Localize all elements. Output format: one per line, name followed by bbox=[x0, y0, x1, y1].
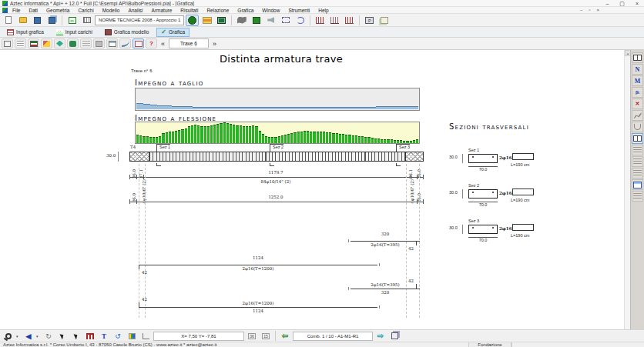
flessione-bar bbox=[252, 125, 254, 143]
orbit-button[interactable] bbox=[56, 331, 69, 341]
fence-1-button[interactable] bbox=[314, 15, 327, 26]
rotate-view-button[interactable]: ↻ bbox=[42, 331, 55, 341]
next-trave-button[interactable]: » bbox=[210, 40, 219, 48]
layer-1-button[interactable] bbox=[632, 145, 643, 155]
zoom-dropdown-icon[interactable]: ▾ bbox=[16, 334, 21, 339]
section-view-button[interactable] bbox=[28, 38, 39, 48]
sections-pair-button[interactable] bbox=[632, 133, 643, 144]
minimize-icon[interactable]: – bbox=[605, 0, 609, 7]
ruler-button[interactable]: 36 bbox=[246, 331, 258, 341]
green-module-button[interactable] bbox=[250, 15, 263, 26]
curve-button[interactable] bbox=[119, 38, 131, 48]
zoom-button[interactable] bbox=[2, 331, 15, 341]
text-tool-button[interactable]: T bbox=[98, 331, 110, 341]
menu-risultati[interactable]: Risultati bbox=[176, 8, 202, 13]
menu-armature[interactable]: Armature bbox=[148, 8, 176, 13]
mesh-button[interactable] bbox=[215, 15, 228, 26]
prev-trave-button[interactable]: « bbox=[159, 40, 167, 48]
selection-button[interactable] bbox=[279, 15, 292, 26]
refresh-button[interactable] bbox=[293, 15, 307, 26]
menu-geometria[interactable]: Geometria bbox=[42, 8, 73, 13]
section-colors-button[interactable] bbox=[200, 15, 213, 26]
layer-3-button[interactable] bbox=[632, 168, 643, 179]
open-button[interactable] bbox=[16, 15, 29, 26]
dim-tick bbox=[423, 199, 424, 204]
back-dropdown-icon[interactable]: ▾ bbox=[36, 334, 41, 339]
layer-2-button[interactable] bbox=[632, 156, 643, 167]
norme-combobox[interactable]: NORME TECNICHE 2008 - Approccio 1 bbox=[95, 15, 184, 25]
vertical-scrollbar[interactable]: ▲ bbox=[624, 50, 630, 329]
section-bars: 2φ16 bbox=[499, 155, 512, 160]
hatch-button[interactable] bbox=[84, 331, 96, 341]
next-comb-button[interactable]: ⇨ bbox=[374, 331, 387, 341]
pan-button[interactable] bbox=[54, 38, 65, 48]
fence-2-button[interactable] bbox=[328, 15, 341, 26]
menu-analisi[interactable]: Analisi bbox=[124, 8, 146, 13]
back-view-button[interactable]: ◀ bbox=[22, 331, 35, 341]
menu-window[interactable]: Window bbox=[258, 8, 283, 13]
table-view-button[interactable] bbox=[106, 38, 118, 48]
tab-grafica[interactable]: ✓ Grafica bbox=[156, 28, 190, 37]
flessione-bar bbox=[274, 137, 277, 143]
save-button[interactable] bbox=[31, 15, 44, 26]
close-icon[interactable]: × bbox=[636, 0, 639, 7]
copy-button[interactable] bbox=[388, 331, 401, 341]
gray-lines-button[interactable] bbox=[80, 38, 92, 48]
print-button[interactable]: P bbox=[363, 15, 376, 26]
bottom-toolbar: ▾ ◀ ▾ ↻ T ↺ X= 7,50 Y= -7,81 36 15 ⇦ Com… bbox=[0, 329, 644, 342]
angle-tool-button[interactable] bbox=[139, 331, 152, 341]
menu-modello[interactable]: Modello bbox=[99, 8, 124, 13]
moment-m-button[interactable]: M bbox=[632, 75, 643, 86]
restore-icon[interactable]: ▢ bbox=[619, 0, 625, 7]
tab-grafica-modello[interactable]: Grafica modello bbox=[100, 28, 154, 37]
fence-3-button[interactable] bbox=[343, 15, 356, 26]
tab-input-grafica[interactable]: Input grafica bbox=[2, 28, 49, 37]
tool-button[interactable] bbox=[632, 110, 643, 121]
rebar-bottom-right: 42 2φ16(T=395) 320 bbox=[351, 279, 420, 299]
capture-button[interactable] bbox=[80, 15, 93, 26]
tab-input-carichi[interactable]: ↓↓ Input carichi bbox=[52, 28, 97, 37]
section-detail-3: 30.0 Sez 3 2φ16 70.0 L=190 cm bbox=[449, 219, 553, 249]
help-button[interactable]: ? bbox=[146, 38, 157, 48]
menu-carichi[interactable]: Carichi bbox=[74, 8, 97, 13]
menu-file[interactable]: File bbox=[8, 8, 24, 13]
menu-help[interactable]: Help bbox=[314, 8, 332, 13]
grid-table-button[interactable]: 15 bbox=[260, 331, 272, 341]
menu-dati[interactable]: Dati bbox=[25, 8, 42, 13]
cut-button[interactable]: ✕ bbox=[632, 98, 643, 109]
torsion-t-button[interactable]: βt bbox=[632, 87, 643, 98]
gray-square-button[interactable] bbox=[93, 38, 105, 48]
prev-comb-button[interactable]: ⇦ bbox=[279, 331, 291, 341]
axial-n-button[interactable]: N bbox=[632, 64, 643, 75]
menu-grafica[interactable]: Grafica bbox=[233, 8, 257, 13]
menu-strumenti[interactable]: Strumenti bbox=[284, 8, 314, 13]
chart-tool-button[interactable] bbox=[126, 331, 138, 341]
child-restore-icon[interactable]: ▫ bbox=[589, 8, 590, 12]
trave-tab[interactable]: Trave 6 bbox=[169, 38, 209, 48]
table-blue-button[interactable] bbox=[632, 179, 643, 190]
notify-button[interactable] bbox=[264, 15, 277, 26]
tab-label: Grafica modello bbox=[114, 29, 149, 35]
hand-button[interactable] bbox=[67, 38, 79, 48]
new-document-button[interactable] bbox=[2, 15, 15, 26]
batch-button[interactable] bbox=[235, 15, 248, 26]
brush-button[interactable] bbox=[41, 38, 52, 48]
menu-relazione[interactable]: Relazione bbox=[203, 8, 233, 13]
hook-button[interactable] bbox=[632, 122, 643, 132]
drawing-canvas[interactable]: Distinta armatura trave Trave n° 6 Impeg… bbox=[0, 50, 624, 329]
units-button[interactable]: m bbox=[65, 15, 79, 26]
layer-4-button[interactable] bbox=[632, 191, 643, 202]
save-all-button[interactable] bbox=[45, 15, 59, 26]
frame-button[interactable] bbox=[2, 38, 13, 48]
child-minimize-icon[interactable]: – bbox=[580, 8, 582, 12]
grid-button[interactable] bbox=[15, 38, 26, 48]
combination-combobox[interactable]: Comb. 1 / 10 - A1-M1-R1 bbox=[293, 332, 373, 341]
stirrup-shape bbox=[512, 153, 534, 160]
child-close-icon[interactable]: × bbox=[596, 8, 599, 12]
select-button[interactable] bbox=[70, 331, 82, 341]
export-button[interactable] bbox=[377, 15, 391, 26]
stirrup-tool-button[interactable] bbox=[632, 52, 643, 63]
refresh-view-button[interactable]: ↺ bbox=[112, 331, 124, 341]
distinta-button[interactable] bbox=[132, 38, 144, 48]
analysis-run-button[interactable] bbox=[186, 15, 199, 26]
